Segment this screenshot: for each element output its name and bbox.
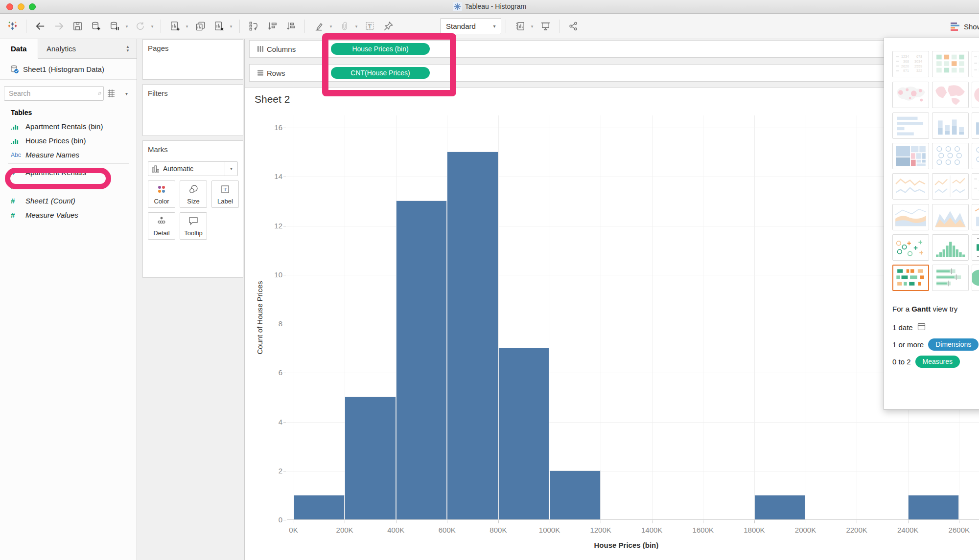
show-me-thumbnail-area-continuous[interactable]	[892, 204, 929, 230]
show-me-thumbnail-packed-bubbles[interactable]	[972, 265, 979, 291]
histogram-bar[interactable]	[345, 397, 396, 519]
new-datasource-button[interactable]	[89, 19, 103, 34]
tables-section-label: Tables	[11, 109, 32, 116]
field-item[interactable]: Apartment Rentals (bin)	[0, 119, 137, 134]
chevron-down-icon[interactable]: ▾	[184, 24, 190, 29]
histogram-bar[interactable]	[754, 495, 806, 519]
detail-mark-button[interactable]: Detail	[148, 212, 175, 240]
histogram-bar[interactable]	[498, 348, 550, 519]
svg-text:322: 322	[916, 68, 922, 73]
show-me-thumbnail-circle-views[interactable]	[932, 143, 969, 169]
x-tick-label: 800K	[478, 526, 519, 535]
chevron-down-icon[interactable]: ▾	[353, 24, 359, 29]
mark-button-label: Size	[187, 198, 199, 205]
x-tick-label: 400K	[375, 526, 417, 535]
histogram-bar[interactable]	[447, 152, 498, 519]
duplicate-sheet-button[interactable]	[193, 19, 208, 34]
histogram-bar[interactable]	[396, 201, 447, 519]
show-me-thumbnail-box-plot[interactable]	[972, 234, 979, 261]
toolbar-divider	[161, 20, 161, 33]
field-list-options-button[interactable]: ▾	[125, 91, 128, 96]
show-me-thumbnail-treemap[interactable]	[892, 143, 929, 169]
show-mark-labels-button[interactable]: T	[362, 19, 377, 34]
x-axis-title[interactable]: House Prices (bin)	[528, 541, 724, 549]
format-button[interactable]	[337, 19, 351, 34]
y-axis-title[interactable]: Count of House Prices	[256, 230, 264, 406]
gridline	[287, 128, 979, 128]
show-me-thumbnail-stacked-bars[interactable]	[932, 112, 969, 139]
datasource-item[interactable]: Sheet1 (Histogram Data)	[0, 61, 137, 77]
label-icon: T	[220, 181, 230, 198]
histogram-bar[interactable]	[294, 495, 345, 519]
show-me-thumbnail-side-by-side-circles[interactable]	[972, 143, 979, 169]
show-me-thumbnail-continuous-lines[interactable]	[892, 173, 929, 200]
clear-sheet-button[interactable]	[211, 19, 226, 34]
filters-card[interactable]: Filters	[142, 84, 243, 136]
forward-button[interactable]	[51, 19, 66, 34]
show-me-thumbnail-symbol-map[interactable]	[892, 82, 929, 108]
svg-text:2620: 2620	[901, 64, 909, 68]
chevron-down-icon[interactable]: ▾	[529, 24, 535, 29]
chevron-down-icon[interactable]: ▾	[124, 24, 130, 29]
search-input[interactable]	[4, 90, 97, 97]
field-item[interactable]: AbcMeasure Names	[0, 148, 137, 162]
chevron-down-icon[interactable]: ▾	[228, 24, 234, 29]
share-workbook-button[interactable]	[566, 19, 581, 34]
histogram-bar[interactable]	[550, 470, 601, 519]
show-me-thumbnail-bullet-graph[interactable]	[932, 265, 969, 291]
size-mark-button[interactable]: Size	[180, 180, 207, 208]
label-mark-button[interactable]: TLabel	[211, 180, 239, 208]
cards-column: Pages Filters Marks Automatic ▾ ColorSiz…	[137, 39, 245, 560]
show-me-thumbnail-table-lines[interactable]	[972, 173, 979, 200]
main-toolbar: ▾▾▾▾▾▾T Standard ▾ ▾ Show Me	[0, 14, 979, 39]
chart-plot-area[interactable]	[287, 115, 979, 520]
show-me-thumbnail-heat-map[interactable]	[972, 51, 979, 77]
run-update-button[interactable]	[133, 19, 147, 34]
axis-tick	[550, 520, 550, 523]
histogram-bar[interactable]	[908, 495, 959, 519]
tab-data[interactable]: Data	[0, 39, 38, 59]
svg-text:2559: 2559	[914, 64, 922, 68]
show-me-thumbnail-dual-combination[interactable]	[972, 204, 979, 230]
show-me-thumbnail-pie-chart[interactable]	[972, 82, 979, 108]
sheet-title[interactable]: Sheet 2	[255, 93, 290, 105]
presentation-mode-button[interactable]	[538, 19, 553, 34]
show-me-thumbnail-side-by-side-bars[interactable]	[972, 112, 979, 139]
show-hide-cards-button[interactable]	[513, 19, 527, 34]
show-me-thumbnail-filled-map[interactable]	[932, 82, 969, 108]
chevron-down-icon[interactable]: ▾	[328, 24, 334, 29]
field-item[interactable]: House Prices (bin)	[0, 134, 137, 148]
field-item[interactable]: #Sheet1 (Count)	[0, 194, 137, 208]
color-mark-button[interactable]: Color	[148, 180, 175, 208]
show-me-thumbnail-scatter-plot[interactable]	[892, 234, 929, 261]
show-me-thumbnail-horizontal-bars[interactable]	[892, 112, 929, 139]
swap-rows-columns-button[interactable]	[246, 19, 261, 34]
tab-analytics[interactable]: Analytics ▲▼	[38, 39, 137, 59]
show-me-button[interactable]: Show Me	[951, 18, 979, 35]
show-me-thumbnail-dual-lines[interactable]	[932, 173, 969, 200]
highlight-button[interactable]	[311, 19, 326, 34]
new-worksheet-button[interactable]	[167, 19, 182, 34]
back-button[interactable]	[33, 19, 47, 34]
mark-type-dropdown[interactable]: Automatic ▾	[148, 161, 238, 176]
field-label: Measure Values	[25, 211, 78, 219]
axis-tick	[908, 520, 909, 523]
pages-card[interactable]: Pages	[142, 39, 243, 80]
fix-axes-button[interactable]	[381, 19, 396, 34]
show-me-thumbnail-text-table[interactable]: 1234678368303426202559971322	[892, 51, 929, 77]
gridline	[287, 373, 979, 373]
field-item[interactable]: #Measure Values	[0, 208, 137, 222]
view-as-grid-button[interactable]	[104, 89, 122, 98]
sort-ascending-button[interactable]	[265, 19, 280, 34]
show-me-thumbnail-histogram[interactable]	[932, 234, 969, 261]
show-me-thumbnail-gantt[interactable]	[892, 265, 929, 291]
chevron-down-icon[interactable]: ▾	[149, 24, 155, 29]
pause-auto-updates-button[interactable]	[107, 19, 122, 34]
show-me-thumbnail-highlight-table[interactable]	[932, 51, 969, 77]
tooltip-mark-button[interactable]: Tooltip	[180, 212, 207, 240]
show-me-thumbnail-area-discrete[interactable]	[932, 204, 969, 230]
view-fit-select[interactable]: Standard ▾	[440, 18, 501, 34]
sort-descending-button[interactable]	[283, 19, 298, 34]
x-tick-label: 0K	[273, 526, 314, 535]
save-button[interactable]	[70, 19, 85, 34]
